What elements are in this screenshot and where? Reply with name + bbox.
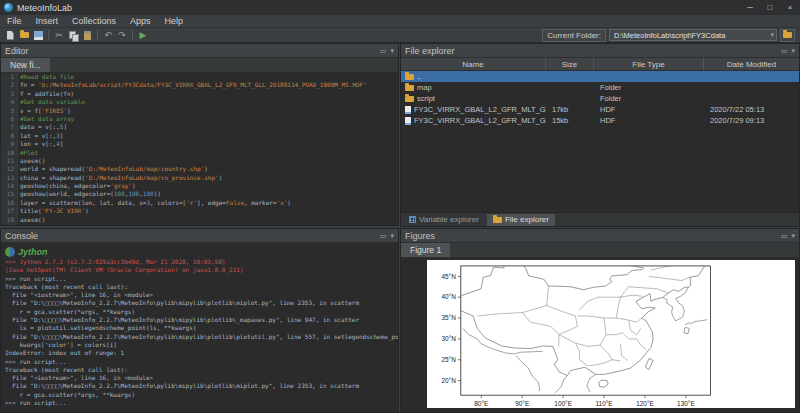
current-folder-value: D:\MeteoInfoLab\script\FY3Cdata [614,31,770,40]
menu-collections[interactable]: Collections [65,16,123,26]
code-line[interactable]: 16layer = scatterm(lon, lat, data, s=3, … [1,199,398,207]
file-row[interactable]: mapFolder [401,82,799,93]
menu-apps[interactable]: Apps [123,16,158,26]
code-line[interactable]: 17title('FY-3C VIRR') [1,207,398,215]
menu-insert[interactable]: Insert [29,16,66,26]
code-line[interactable]: 13china = shaperead('D:/MeteoInfoLab/map… [1,174,398,182]
run-script-button[interactable]: ▶ [136,29,150,42]
paste-button[interactable] [80,29,94,42]
code-line[interactable]: 10#Plot [1,149,398,157]
line-number: 11 [1,157,17,165]
file-row[interactable]: FY3C_VIRRX_GBAL_L2_GFR_MLT_GL...15kbHDF2… [401,115,799,126]
folder-icon [405,96,414,102]
open-folder-icon [20,32,29,38]
float-panel-icon[interactable]: ▭ [781,232,788,240]
console-panel-title: Console [5,231,38,241]
file-row[interactable]: scriptFolder [401,93,799,104]
code-line[interactable]: 9lon = v[:,4] [1,140,398,148]
line-number: 9 [1,140,17,148]
figure-plot: 80°E90°E100°E110°E120°E130°E20°N25°N30°N… [427,260,795,408]
code-line[interactable]: 5v = f['FIRES'] [1,107,398,115]
column-header-file-type[interactable]: File Type [594,58,704,70]
jython-logo-text: Jython [18,247,48,257]
file-name: FY3C_VIRRX_GBAL_L2_GFR_MLT_GL... [414,116,546,125]
console-panel: Console ▭ ▾ Jython >>> Jython 2.7.2 (v2.… [0,228,399,413]
editor-tab-new-file[interactable]: New fi... [1,58,50,72]
toolbar-separator [48,30,49,40]
undo-button[interactable]: ↶ [101,29,115,42]
tab-figure-1[interactable]: Figure 1 [401,243,450,257]
code-line[interactable]: 3f = addfile(fn) [1,90,398,98]
minimize-button[interactable]: ─ [740,0,760,15]
window-controls: ─ □ × [740,0,800,15]
collapse-panel-icon[interactable]: ▾ [390,47,394,55]
code-line[interactable]: 12world = shaperead('D:/MeteoInfoLab/map… [1,165,398,173]
line-number: 3 [1,90,17,98]
svg-text:25°N: 25°N [441,356,456,363]
file-row[interactable]: FY3C_VIRRX_GBAL_L2_GFR_MLT_GL...17kbHDF2… [401,104,799,115]
jython-banner: Jython [5,245,398,258]
cut-button[interactable]: ✂ [52,29,66,42]
close-button[interactable]: × [780,0,800,15]
folder-icon [783,32,792,38]
figures-panel: Figures ▭ ▾ Figure 1 80°E90°E100°E110°E1… [400,228,800,413]
collapse-panel-icon[interactable]: ▾ [390,232,394,240]
console-output[interactable]: Jython >>> Jython 2.7.2 (v2.7.2:925a3cc3… [1,243,398,412]
current-folder-combobox[interactable]: D:\MeteoInfoLab\script\FY3Cdata ▾ [609,29,777,41]
console-line: ls = plotutil.setlegendscheme_point(ls, … [5,324,398,332]
line-number: 15 [1,190,17,198]
editor-code-lines[interactable]: 1#Read data file2fn = 'D:/MeteoInfoLab/s… [1,73,398,225]
console-line: File "D:\□□□□\MeteoInfo_2.2.7\MeteoInfo\… [5,382,398,390]
column-header-name[interactable]: Name [401,58,546,70]
code-line[interactable]: 1#Read data file [1,73,398,81]
console-panel-header: Console ▭ ▾ [1,229,398,243]
collapse-panel-icon[interactable]: ▾ [791,47,795,55]
column-header-date-modified[interactable]: Date Modified [704,58,799,70]
titlebar: MeteoInfoLab ─ □ × [0,0,800,15]
copy-button[interactable] [66,29,80,42]
code-line[interactable]: 7data = v[:,5] [1,123,398,131]
new-file-button[interactable] [3,29,17,42]
code-line[interactable]: 18axesm() [1,216,398,224]
maximize-button[interactable]: □ [760,0,780,15]
figures-panel-header: Figures ▭ ▾ [401,229,799,243]
code-line[interactable]: 11axesm() [1,157,398,165]
save-button[interactable] [31,29,45,42]
code-line[interactable]: 15geoshow(world, edgecolor=(100,100,100)… [1,190,398,198]
console-line: File "D:\□□□□\MeteoInfo_2.2.7\MeteoInfo\… [5,316,398,324]
svg-text:35°N: 35°N [441,314,456,321]
file-name: map [417,83,432,92]
collapse-panel-icon[interactable]: ▾ [791,232,795,240]
code-line[interactable]: 14geoshow(china, edgecolor='gray') [1,182,398,190]
console-line: File "<iostream>", line 16, in <module> [5,291,398,299]
line-number: 17 [1,207,17,215]
line-number: 12 [1,165,17,173]
svg-text:20°N: 20°N [441,377,456,384]
code-line[interactable]: 4#Get data variable [1,98,398,106]
code-line[interactable]: 6#Get data array [1,115,398,123]
open-file-button[interactable] [17,29,31,42]
copy-icon [69,31,77,40]
console-line: [Java HotSpot(TM) Client VM (Oracle Corp… [5,266,398,274]
float-panel-icon[interactable]: ▭ [380,232,387,240]
file-row[interactable]: .. [401,71,799,82]
tab-variable-explorer[interactable]: Variable explorer [403,214,485,226]
float-panel-icon[interactable]: ▭ [781,47,788,55]
folder-icon [405,85,414,91]
line-number: 7 [1,123,17,131]
code-line[interactable]: 8lat = v[:,3] [1,132,398,140]
tab-file-explorer[interactable]: File explorer [487,214,555,226]
column-header-size[interactable]: Size [546,58,594,70]
redo-button[interactable]: ↷ [115,29,129,42]
menu-help[interactable]: Help [158,16,191,26]
float-panel-icon[interactable]: ▭ [380,47,387,55]
current-folder-label: Current Folder: [542,29,606,42]
browse-folder-button[interactable] [780,29,795,42]
line-number: 10 [1,149,17,157]
current-folder-group: Current Folder: D:\MeteoInfoLab\script\F… [542,29,797,42]
svg-text:45°N: 45°N [441,273,456,280]
figures-panel-title: Figures [405,231,435,241]
code-line[interactable]: 2fn = 'D:/MeteoInfoLab/script/FY3Cdata/F… [1,81,398,89]
app-logo-icon [4,3,13,12]
menu-file[interactable]: File [0,16,29,26]
